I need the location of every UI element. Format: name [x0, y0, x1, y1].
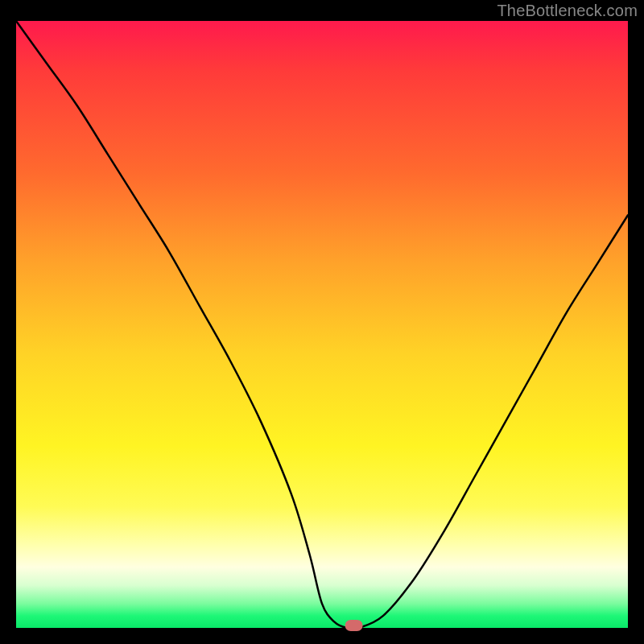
curve-layer — [16, 21, 628, 628]
bottleneck-marker — [345, 620, 363, 631]
bottleneck-curve — [16, 21, 628, 629]
plot-area — [16, 21, 628, 628]
attribution-watermark: TheBottleneck.com — [497, 2, 638, 20]
